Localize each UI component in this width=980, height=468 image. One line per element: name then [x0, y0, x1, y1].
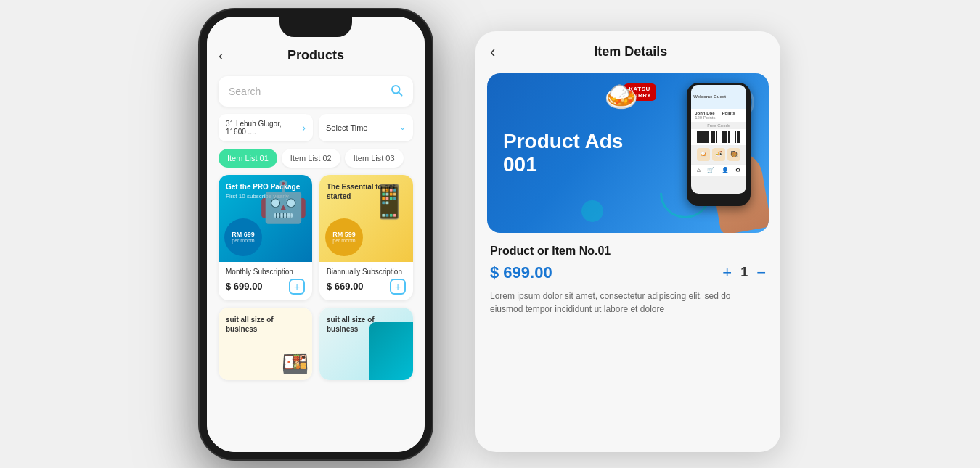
- deco-circle-2: [581, 200, 603, 222]
- teal-decoration: [369, 322, 413, 380]
- product-ads-text: Product Ads 001: [503, 129, 623, 176]
- item-name: Product or Item No.01: [490, 245, 766, 258]
- card-banner-4: suit all size of business: [319, 308, 413, 380]
- mini-phone-mockup: Welcome Guest John Doe Points 120 Points…: [682, 79, 761, 224]
- item-description: Lorem ipsum dolor sit amet, consectetur …: [490, 290, 766, 316]
- user-nav-icon: 👤: [722, 167, 729, 173]
- back-button[interactable]: ‹: [219, 47, 224, 64]
- item-price-row: $ 699.00 + 1 −: [490, 263, 766, 282]
- product-card-4[interactable]: suit all size of business: [319, 308, 413, 380]
- product-card-1[interactable]: Get the PRO Package First 10 subscribe y…: [219, 175, 312, 300]
- inner-phone: Welcome Guest John Doe Points 120 Points…: [687, 83, 751, 206]
- inner-phone-screen: Welcome Guest John Doe Points 120 Points…: [691, 85, 746, 194]
- location-row: 31 Lebuh Glugor, 11600 .... › Select Tim…: [219, 114, 413, 141]
- location-chevron-icon: ›: [302, 122, 306, 134]
- inner-product-items: 🍛 🍜 🥘: [691, 145, 746, 164]
- quantity-display: 1: [740, 265, 748, 280]
- card-price-1: $ 699.00: [226, 281, 263, 292]
- inner-bottom-nav: ⌂ 🛒 👤 ⚙: [691, 164, 746, 176]
- location-selector[interactable]: 31 Lebuh Glugor, 11600 .... ›: [219, 114, 313, 141]
- inner-name-row: John Doe Points 120 Points: [691, 109, 746, 122]
- item-price: $ 699.00: [490, 263, 552, 282]
- inner-barcode-section: [691, 129, 746, 145]
- card-price-2: $ 669.00: [327, 281, 364, 292]
- ad-title: Product Ads: [503, 129, 623, 152]
- location-text: 31 Lebuh Glugor, 11600 ....: [226, 120, 302, 136]
- card-body-2: Biannually Subscription $ 669.00 +: [319, 262, 413, 300]
- card-name-2: Biannually Subscription: [327, 268, 406, 276]
- item-info-section: Product or Item No.01 $ 699.00 + 1 − Lor…: [475, 233, 780, 327]
- qty-plus-button[interactable]: +: [722, 263, 732, 282]
- tab-item-list-01[interactable]: Item List 01: [219, 149, 277, 168]
- add-button-1[interactable]: +: [289, 279, 305, 295]
- search-input[interactable]: Search: [229, 86, 390, 97]
- product-ads-banner: KATSUCURRY 🍛 Product Ads 001 Welcome Gue…: [487, 73, 769, 233]
- add-button-2[interactable]: +: [390, 279, 406, 295]
- banner-title-3: suit all size of business: [226, 315, 305, 334]
- phone-1: ‹ Products Search 31 Lebuh Glugor, 11600…: [200, 9, 432, 459]
- card-banner-2: The Essential to get started RM 599 per …: [319, 175, 413, 262]
- time-text: Select Time: [326, 123, 367, 132]
- products-header: ‹ Products: [207, 42, 425, 69]
- settings-nav-icon: ⚙: [735, 167, 740, 173]
- search-bar[interactable]: Search: [219, 76, 413, 107]
- price-circle-1: RM 699 per month: [224, 218, 262, 256]
- price-row-1: $ 699.00 +: [226, 279, 305, 295]
- price-circle-2: RM 599 per month: [325, 218, 363, 256]
- item-details-title: Item Details: [495, 44, 766, 59]
- food-image-icon: 🍛: [604, 81, 638, 112]
- phone-volume-up-button: [200, 82, 200, 111]
- tabs-row: Item List 01 Item List 02 Item List 03: [219, 149, 413, 168]
- ad-number: 001: [503, 153, 623, 176]
- item-details-header: ‹ Item Details: [475, 31, 780, 73]
- card-banner-1: Get the PRO Package First 10 subscribe y…: [219, 175, 312, 262]
- phone-volume-down-button: [200, 118, 200, 147]
- price-row-2: $ 669.00 +: [327, 279, 406, 295]
- item-details-screen: ‹ Item Details KATSUCURRY 🍛 Product Ads …: [475, 31, 780, 452]
- search-icon: [390, 83, 403, 99]
- tab-item-list-02[interactable]: Item List 02: [282, 149, 340, 168]
- time-selector[interactable]: Select Time ⌄: [319, 114, 413, 141]
- products-grid: Get the PRO Package First 10 subscribe y…: [219, 175, 413, 380]
- cart-nav-icon: 🛒: [707, 167, 714, 173]
- barcode-icon: [697, 131, 740, 143]
- product-card-2[interactable]: The Essential to get started RM 599 per …: [319, 175, 413, 300]
- card-banner-3: suit all size of business 🍱: [219, 308, 312, 380]
- inner-points-text: 120 Points: [695, 115, 743, 120]
- inner-free-goods: Free Goods: [691, 122, 746, 129]
- phone-decoration-icon: 📱: [369, 182, 409, 221]
- phone-2-wrapper: ‹ Item Details KATSUCURRY 🍛 Product Ads …: [475, 31, 780, 452]
- robot-decoration-icon: 🤖: [258, 178, 309, 226]
- food-decoration-icon: 🍱: [282, 351, 309, 377]
- inner-screen-top: Welcome Guest: [691, 85, 746, 109]
- products-screen: ‹ Products Search 31 Lebuh Glugor, 11600…: [207, 17, 425, 452]
- tab-item-list-03[interactable]: Item List 03: [345, 149, 404, 168]
- card-name-1: Monthly Subscription: [226, 268, 305, 276]
- quantity-controls: + 1 −: [722, 263, 766, 282]
- qty-minus-button[interactable]: −: [756, 263, 766, 282]
- product-card-3[interactable]: suit all size of business 🍱: [219, 308, 312, 380]
- inner-welcome-text: Welcome Guest: [693, 94, 726, 99]
- time-chevron-icon: ⌄: [399, 123, 406, 132]
- page-title: Products: [287, 48, 344, 63]
- home-nav-icon: ⌂: [697, 167, 701, 173]
- item-details-back-button[interactable]: ‹: [490, 43, 495, 62]
- card-body-1: Monthly Subscription $ 699.00 +: [219, 262, 312, 300]
- svg-line-1: [399, 92, 401, 95]
